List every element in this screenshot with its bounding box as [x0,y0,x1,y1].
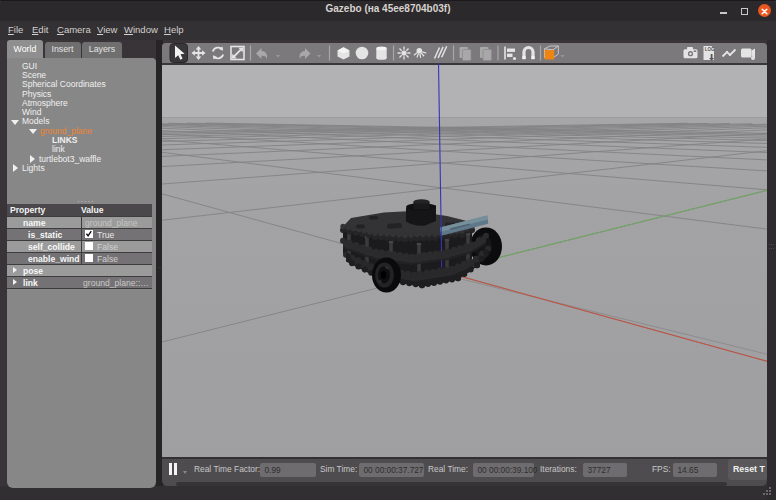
svg-text:LOG: LOG [705,47,715,52]
